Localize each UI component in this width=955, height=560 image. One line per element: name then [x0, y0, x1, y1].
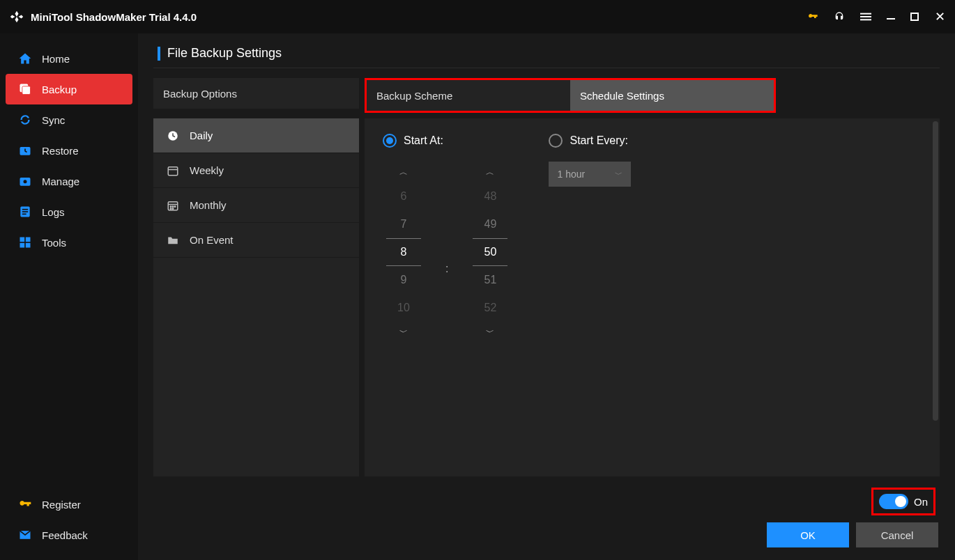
sidebar-item-home[interactable]: Home	[6, 43, 132, 74]
frequency-label: Monthly	[190, 199, 227, 211]
frequency-on-event[interactable]: On Event	[153, 223, 359, 258]
minute-option[interactable]: 52	[473, 294, 507, 322]
sidebar-item-register[interactable]: Register	[6, 489, 132, 520]
schedule-toggle-label: On	[914, 496, 928, 508]
titlebar: MiniTool ShadowMaker Trial 4.4.0 ✕	[0, 0, 955, 33]
settings-tabs: Backup Options Backup Scheme Schedule Se…	[153, 78, 940, 113]
start-every-label: Start Every:	[570, 134, 628, 147]
tools-icon	[18, 235, 32, 249]
page-header: File Backup Settings	[153, 46, 940, 68]
manage-icon	[18, 174, 32, 188]
hour-selected[interactable]: 8	[386, 238, 421, 266]
minute-option[interactable]: 51	[473, 266, 507, 294]
svg-rect-11	[22, 214, 26, 215]
sidebar-item-label: Home	[42, 53, 70, 65]
hour-up-icon[interactable]: ︿	[399, 162, 408, 182]
hour-option[interactable]: 10	[386, 294, 421, 322]
sidebar-item-manage[interactable]: Manage	[6, 166, 132, 196]
minute-option[interactable]: 48	[473, 182, 507, 210]
sidebar-item-label: Restore	[42, 145, 79, 157]
svg-point-7	[24, 180, 27, 183]
window-close-icon[interactable]: ✕	[934, 11, 945, 22]
license-key-icon[interactable]	[807, 11, 818, 22]
folder-icon	[166, 233, 180, 247]
minute-up-icon[interactable]: ︿	[486, 162, 494, 182]
window-maximize-icon[interactable]	[910, 13, 919, 21]
minute-option[interactable]: 49	[473, 210, 507, 238]
start-at-label: Start At:	[404, 134, 443, 147]
tab-schedule-settings[interactable]: Schedule Settings	[570, 80, 774, 111]
hour-option[interactable]: 6	[386, 182, 421, 210]
frequency-monthly[interactable]: Monthly	[153, 188, 359, 223]
feedback-icon	[18, 528, 32, 542]
schedule-toggle-annotation: On	[871, 488, 935, 515]
support-icon[interactable]	[834, 11, 845, 22]
sidebar-item-label: Sync	[42, 114, 65, 126]
hour-option[interactable]: 7	[386, 210, 421, 238]
start-at-radio-row[interactable]: Start At:	[383, 134, 511, 148]
tab-backup-scheme[interactable]: Backup Scheme	[367, 80, 570, 111]
minute-selected[interactable]: 50	[473, 238, 507, 266]
register-key-icon	[18, 497, 32, 511]
sidebar-item-backup[interactable]: Backup	[6, 74, 132, 104]
interval-value: 1 hour	[557, 169, 585, 180]
menu-icon[interactable]	[860, 11, 871, 22]
start-at-section: Start At: ︿ 6 7 8 9 10	[383, 134, 511, 343]
hour-spinner[interactable]: ︿ 6 7 8 9 10 ﹀	[383, 162, 425, 343]
cancel-button[interactable]: Cancel	[856, 522, 938, 547]
sidebar-item-label: Register	[42, 499, 81, 511]
window-minimize-icon[interactable]	[887, 18, 895, 20]
minute-spinner[interactable]: ︿ 48 49 50 51 52 ﹀	[469, 162, 511, 343]
start-every-radio[interactable]	[549, 134, 563, 148]
sidebar-item-logs[interactable]: Logs	[6, 196, 132, 227]
dialog-footer: OnOKCancel	[153, 476, 940, 547]
home-icon	[18, 52, 32, 65]
logs-icon	[18, 205, 32, 219]
time-separator: :	[445, 263, 448, 275]
start-every-radio-row[interactable]: Start Every:	[549, 134, 631, 148]
chevron-down-icon: ﹀	[615, 169, 622, 180]
highlighted-tabs-annotation: Backup Scheme Schedule Settings	[365, 78, 776, 113]
frequency-list: Daily Weekly Monthly On Event	[153, 118, 359, 476]
content-area: File Backup Settings Backup Options Back…	[138, 33, 955, 560]
svg-point-23	[174, 205, 176, 207]
svg-rect-13	[26, 238, 31, 242]
frequency-weekly[interactable]: Weekly	[153, 153, 359, 188]
frequency-daily[interactable]: Daily	[153, 118, 359, 153]
svg-rect-2	[860, 19, 871, 20]
sidebar-item-label: Backup	[42, 84, 77, 95]
page-title: File Backup Settings	[167, 46, 282, 61]
sidebar-item-label: Feedback	[42, 529, 88, 541]
sidebar-item-label: Manage	[42, 176, 79, 187]
svg-rect-4	[22, 86, 31, 95]
backup-icon	[18, 82, 32, 96]
svg-point-25	[172, 208, 174, 209]
calendar-month-icon	[166, 199, 180, 212]
hour-down-icon[interactable]: ﹀	[399, 322, 408, 343]
svg-rect-10	[22, 211, 28, 212]
hour-option[interactable]: 9	[386, 266, 421, 294]
frequency-label: Weekly	[190, 164, 224, 176]
sidebar-item-label: Logs	[42, 206, 65, 218]
svg-rect-12	[20, 238, 25, 242]
svg-rect-14	[20, 243, 25, 248]
ok-button[interactable]: OK	[767, 522, 849, 547]
start-at-radio[interactable]	[383, 134, 397, 148]
schedule-panel: Start At: ︿ 6 7 8 9 10	[365, 118, 940, 476]
minute-down-icon[interactable]: ﹀	[486, 322, 494, 343]
tab-backup-options[interactable]: Backup Options	[153, 78, 359, 109]
frequency-label: Daily	[190, 130, 213, 141]
schedule-toggle[interactable]	[879, 494, 908, 509]
sidebar-item-label: Tools	[42, 237, 66, 249]
interval-select[interactable]: 1 hour ﹀	[549, 162, 631, 187]
time-picker: ︿ 6 7 8 9 10 ﹀ :	[383, 162, 511, 343]
sidebar-item-sync[interactable]: Sync	[6, 104, 132, 135]
sidebar: Home Backup Sync Restore Manage Logs Too…	[0, 33, 138, 560]
sidebar-item-feedback[interactable]: Feedback	[6, 520, 132, 550]
sidebar-item-tools[interactable]: Tools	[6, 227, 132, 258]
title-accent-bar	[158, 47, 160, 61]
sidebar-item-restore[interactable]: Restore	[6, 135, 132, 166]
start-every-section: Start Every: 1 hour ﹀	[549, 134, 631, 187]
calendar-week-icon	[166, 164, 180, 178]
svg-rect-17	[168, 166, 178, 175]
